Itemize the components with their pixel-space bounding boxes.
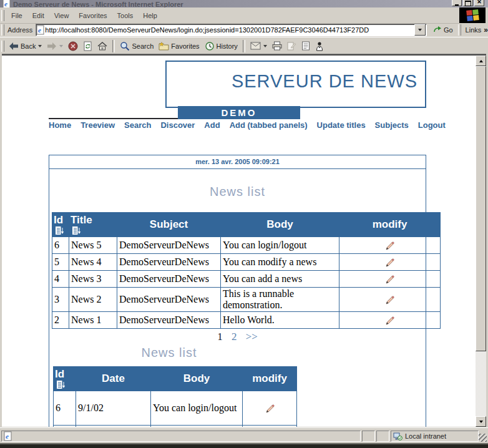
mail-button[interactable] (248, 41, 270, 51)
discuss-button[interactable] (299, 40, 313, 52)
nav-link-update-titles[interactable]: Update titles (317, 120, 366, 130)
address-input[interactable] (45, 26, 414, 34)
cell-id: 6 (52, 237, 69, 254)
search-button[interactable]: Search (117, 40, 156, 52)
modify-cell[interactable] (339, 288, 441, 312)
minimize-button[interactable] (452, 0, 462, 6)
edit-button[interactable] (285, 40, 299, 52)
scrollbar-thumb[interactable] (476, 66, 486, 351)
back-button[interactable]: Back (6, 41, 44, 52)
search-icon (120, 41, 130, 51)
pencil-icon[interactable] (385, 275, 394, 285)
history-button[interactable]: History (202, 40, 240, 52)
favorites-button[interactable]: Favorites (156, 40, 202, 52)
chevron-down-icon[interactable] (38, 45, 42, 47)
toolbar-grip[interactable] (1, 10, 4, 21)
ie-page-icon: e (2, 0, 11, 7)
pagination-next-link[interactable]: >> (246, 331, 258, 343)
status-zone-label: Local intranet (405, 432, 446, 440)
column-header-body: Body (221, 213, 339, 237)
back-icon (9, 42, 19, 51)
ie-page-icon: e (36, 25, 45, 35)
home-button[interactable] (95, 40, 110, 52)
cell-title: News 2 (69, 288, 117, 312)
modify-cell[interactable] (243, 426, 297, 427)
pencil-icon[interactable] (265, 404, 275, 414)
column-header-label: Id (54, 214, 63, 226)
pagination-current-page: 1 (217, 331, 223, 343)
windows-flag-icon (466, 9, 479, 21)
menu-edit[interactable]: Edit (27, 10, 49, 21)
stop-button[interactable] (66, 40, 81, 52)
resize-grip[interactable] (479, 434, 487, 442)
toolbar-separator (112, 40, 115, 52)
vertical-scrollbar[interactable] (476, 56, 486, 427)
go-button[interactable]: Go (430, 25, 457, 35)
window-title: Demo Serveur de News - Microsoft Interne… (13, 1, 183, 7)
edit-icon (287, 41, 296, 51)
chevron-down-icon[interactable] (59, 45, 63, 47)
status-pane-1 (362, 431, 375, 442)
column-header-label: Date (102, 373, 125, 384)
messenger-button[interactable] (313, 40, 326, 52)
menu-help[interactable]: Help (138, 10, 162, 21)
cell-id: 3 (52, 288, 69, 312)
title-bar[interactable]: e Demo Serveur de News - Microsoft Inter… (0, 0, 488, 7)
refresh-button[interactable] (81, 40, 95, 52)
pagination: 1 2 >> (49, 331, 426, 343)
banner-box: SERVEUR DE NEWS (165, 61, 426, 108)
pencil-icon[interactable] (385, 241, 394, 251)
toolbar-grip[interactable] (458, 24, 461, 36)
status-bar: e Local intranet (0, 427, 488, 444)
modify-cell[interactable] (243, 391, 297, 426)
pencil-icon[interactable] (385, 296, 394, 305)
toolbar-grip[interactable] (1, 41, 4, 52)
column-header-label: modify (252, 373, 287, 384)
nav-link-discover[interactable]: Discover (160, 120, 195, 130)
nav-link-subjects[interactable]: Subjects (375, 120, 409, 130)
column-header-id[interactable]: Id (54, 367, 76, 391)
pencil-icon[interactable] (385, 258, 394, 268)
toolbar-grip[interactable] (1, 24, 4, 36)
column-header-title[interactable]: Title (69, 213, 117, 237)
table-row: 5News 4DemoServeurDeNewsYou can modify a… (52, 254, 441, 271)
column-header-id[interactable]: Id (52, 213, 69, 237)
print-icon (272, 41, 282, 51)
close-button[interactable]: ✕ (474, 0, 484, 6)
nav-link-logout[interactable]: Logout (418, 120, 446, 130)
local-intranet-icon (393, 432, 403, 441)
sort-icon[interactable] (57, 381, 66, 389)
maximize-button[interactable] (463, 0, 473, 6)
menu-favorites[interactable]: Favorites (74, 10, 112, 21)
sort-icon[interactable] (56, 226, 64, 235)
forward-button[interactable] (44, 41, 66, 52)
ie-page-icon: e (36, 25, 45, 35)
menu-file[interactable]: File (6, 10, 27, 21)
scroll-down-icon[interactable] (476, 416, 486, 427)
nav-link-add-tabbed-panels[interactable]: Add (tabbed panels) (230, 120, 308, 130)
menu-view[interactable]: View (49, 10, 74, 21)
nav-link-add[interactable]: Add (204, 120, 220, 130)
modify-cell[interactable] (339, 237, 441, 254)
pagination-page-2-link[interactable]: 2 (232, 331, 237, 343)
address-dropdown-button[interactable] (414, 24, 426, 36)
nav-link-treeview[interactable]: Treeview (81, 120, 115, 130)
modify-cell[interactable] (339, 271, 441, 288)
menu-tools[interactable]: Tools (112, 10, 139, 21)
demo-badge: DEMO (178, 106, 300, 119)
modify-cell[interactable] (339, 254, 441, 271)
links-segment[interactable]: Links » (466, 26, 488, 34)
chevron-down-icon[interactable] (263, 45, 267, 47)
nav-link-search[interactable]: Search (124, 120, 151, 130)
column-header-label: Body (183, 373, 210, 384)
sort-icon[interactable] (72, 226, 81, 235)
scroll-up-icon[interactable] (476, 56, 486, 66)
print-button[interactable] (270, 40, 285, 52)
modify-cell[interactable] (339, 312, 441, 329)
nav-link-home[interactable]: Home (49, 120, 71, 130)
column-header-label: Body (266, 218, 293, 230)
pencil-icon[interactable] (385, 316, 394, 326)
mail-icon (250, 42, 261, 50)
page-title: SERVEUR DE NEWS (232, 71, 417, 92)
svg-text:e: e (38, 26, 41, 34)
